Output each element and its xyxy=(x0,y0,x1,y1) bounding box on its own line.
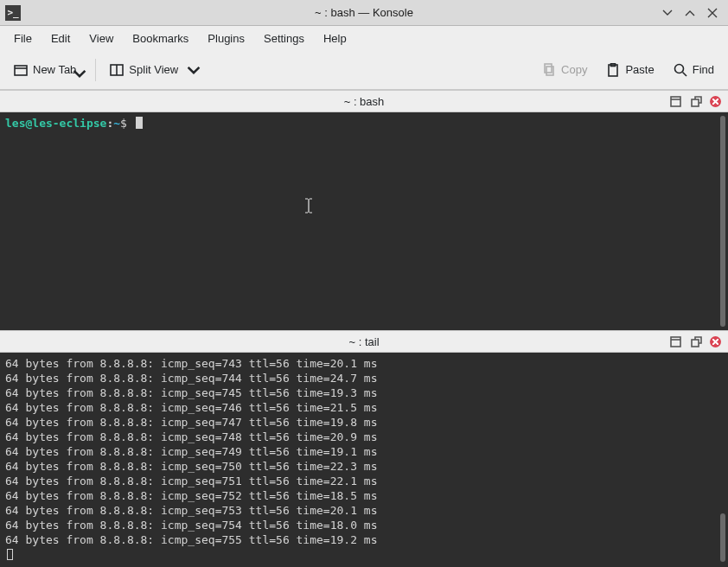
terminal-bottom[interactable]: 64 bytes from 8.8.8.8: icmp_seq=743 ttl=… xyxy=(0,353,728,567)
prompt-user: les@les-eclipse xyxy=(5,117,106,130)
menu-file[interactable]: File xyxy=(5,29,41,48)
new-tab-icon xyxy=(14,63,28,77)
paste-label: Paste xyxy=(625,63,654,76)
minimize-button[interactable] xyxy=(661,6,674,20)
cursor xyxy=(7,549,13,560)
copy-button: Copy xyxy=(535,58,594,82)
scrollbar[interactable] xyxy=(720,116,725,327)
terminal-line: 64 bytes from 8.8.8.8: icmp_seq=747 ttl=… xyxy=(5,415,723,430)
close-button[interactable] xyxy=(706,6,719,20)
paste-icon xyxy=(606,63,620,77)
new-tab-label: New Tab xyxy=(33,63,76,76)
svg-rect-10 xyxy=(692,340,699,347)
terminal-line: 64 bytes from 8.8.8.8: icmp_seq=753 ttl=… xyxy=(5,503,723,518)
terminal-line: 64 bytes from 8.8.8.8: icmp_seq=746 ttl=… xyxy=(5,400,723,415)
terminal-line: 64 bytes from 8.8.8.8: icmp_seq=743 ttl=… xyxy=(5,356,723,371)
menu-settings[interactable]: Settings xyxy=(255,29,313,48)
svg-rect-9 xyxy=(671,337,680,347)
close-pane-button[interactable] xyxy=(710,336,721,347)
find-button[interactable]: Find xyxy=(667,58,721,82)
svg-rect-0 xyxy=(15,66,27,75)
menu-bookmarks[interactable]: Bookmarks xyxy=(124,29,197,48)
find-label: Find xyxy=(693,63,714,76)
new-tab-button[interactable]: New Tab xyxy=(7,58,88,82)
prompt-path: ~ xyxy=(113,117,120,130)
search-icon xyxy=(674,63,687,77)
cursor xyxy=(136,117,143,129)
maximize-pane-icon[interactable] xyxy=(668,94,682,108)
split-view-button[interactable]: Split View xyxy=(103,58,208,82)
menu-help[interactable]: Help xyxy=(315,29,355,48)
terminal-line: 64 bytes from 8.8.8.8: icmp_seq=749 ttl=… xyxy=(5,444,723,459)
svg-rect-7 xyxy=(671,97,680,106)
pane-header-top[interactable]: ~ : bash xyxy=(0,90,728,112)
toolbar-separator xyxy=(95,59,96,81)
svg-point-6 xyxy=(674,64,683,73)
terminal-line: 64 bytes from 8.8.8.8: icmp_seq=755 ttl=… xyxy=(5,532,723,547)
copy-label: Copy xyxy=(561,63,587,76)
menu-edit[interactable]: Edit xyxy=(42,29,79,48)
svg-rect-8 xyxy=(692,99,699,106)
pane-header-bottom[interactable]: ~ : tail xyxy=(0,330,728,353)
terminal-line: 64 bytes from 8.8.8.8: icmp_seq=750 ttl=… xyxy=(5,459,723,474)
window-title: ~ : bash — Konsole xyxy=(0,6,728,19)
terminal-top[interactable]: les@les-eclipse:~$ xyxy=(0,112,728,330)
chevron-down-icon xyxy=(73,67,86,80)
menu-view[interactable]: View xyxy=(80,29,122,48)
split-view-icon xyxy=(110,63,124,77)
app-icon: >_ xyxy=(5,5,21,21)
terminal-line: 64 bytes from 8.8.8.8: icmp_seq=754 ttl=… xyxy=(5,518,723,532)
close-pane-button[interactable] xyxy=(710,96,721,107)
menubar: File Edit View Bookmarks Plugins Setting… xyxy=(0,26,728,50)
terminal-line: 64 bytes from 8.8.8.8: icmp_seq=745 ttl=… xyxy=(5,385,723,400)
chevron-down-icon xyxy=(187,63,201,77)
paste-button[interactable]: Paste xyxy=(599,58,661,82)
copy-icon xyxy=(542,63,556,77)
pane-bottom: ~ : tail 64 bytes from 8.8.8.8: icmp_seq… xyxy=(0,330,728,567)
terminal-line: 64 bytes from 8.8.8.8: icmp_seq=744 ttl=… xyxy=(5,371,723,385)
pane-top: ~ : bash les@les-eclipse:~$ xyxy=(0,90,728,330)
scrollbar[interactable] xyxy=(720,513,725,562)
split-container: ~ : bash les@les-eclipse:~$ ~ : t xyxy=(0,90,728,567)
pane-title-top: ~ : bash xyxy=(0,95,728,108)
split-view-label: Split View xyxy=(129,63,178,76)
text-cursor-ibeam xyxy=(249,183,259,199)
terminal-line: 64 bytes from 8.8.8.8: icmp_seq=752 ttl=… xyxy=(5,488,723,503)
titlebar[interactable]: >_ ~ : bash — Konsole xyxy=(0,0,728,26)
maximize-pane-icon[interactable] xyxy=(668,334,682,348)
toolbar: New Tab Split View Copy Paste Find xyxy=(0,50,728,90)
maximize-button[interactable] xyxy=(683,6,697,20)
menu-plugins[interactable]: Plugins xyxy=(199,29,253,48)
terminal-line: 64 bytes from 8.8.8.8: icmp_seq=748 ttl=… xyxy=(5,430,723,444)
terminal-line: 64 bytes from 8.8.8.8: icmp_seq=751 ttl=… xyxy=(5,474,723,488)
detach-pane-icon[interactable] xyxy=(689,94,703,108)
detach-pane-icon[interactable] xyxy=(689,334,703,348)
prompt-dollar: $ xyxy=(120,117,127,130)
pane-title-bottom: ~ : tail xyxy=(0,335,728,348)
